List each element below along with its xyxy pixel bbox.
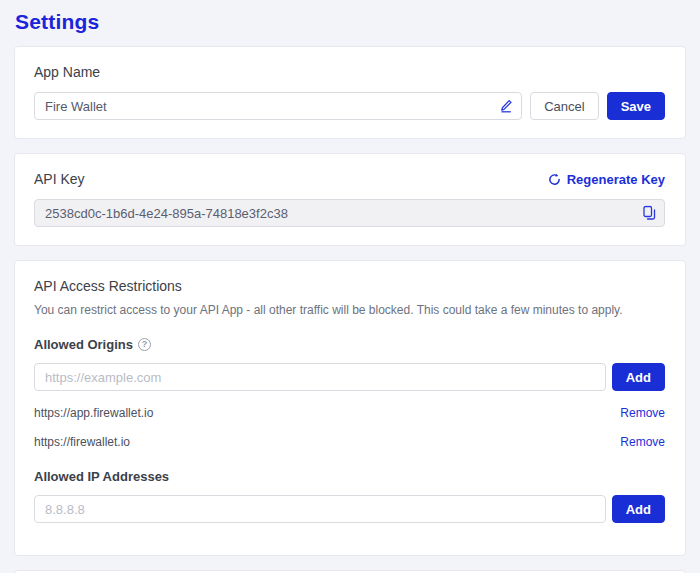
regenerate-key-link[interactable]: Regenerate Key bbox=[548, 172, 665, 187]
origin-url: https://app.firewallet.io bbox=[34, 406, 153, 420]
edit-pencil-icon[interactable] bbox=[499, 99, 513, 113]
api-key-card: API Key Regenerate Key bbox=[14, 153, 686, 246]
api-key-label: API Key bbox=[34, 171, 85, 187]
restrictions-title: API Access Restrictions bbox=[34, 278, 665, 294]
app-name-input[interactable] bbox=[34, 92, 522, 120]
origin-row: https://app.firewallet.io Remove bbox=[34, 406, 665, 420]
api-key-input bbox=[34, 199, 665, 227]
origin-row: https://firewallet.io Remove bbox=[34, 435, 665, 449]
refresh-icon bbox=[548, 173, 561, 186]
page-title: Settings bbox=[15, 10, 686, 34]
settings-page: Settings App Name Cancel Save API Key bbox=[0, 0, 700, 573]
allowed-origins-input[interactable] bbox=[34, 363, 606, 391]
restrictions-description: You can restrict access to your API App … bbox=[34, 303, 665, 317]
help-icon[interactable]: ? bbox=[138, 338, 151, 351]
regenerate-key-label: Regenerate Key bbox=[567, 172, 665, 187]
save-button[interactable]: Save bbox=[607, 92, 665, 120]
cancel-button[interactable]: Cancel bbox=[530, 92, 598, 120]
allowed-origins-label: Allowed Origins bbox=[34, 337, 133, 352]
remove-origin-link[interactable]: Remove bbox=[620, 435, 665, 449]
app-name-label: App Name bbox=[34, 64, 665, 80]
api-access-restrictions-card: API Access Restrictions You can restrict… bbox=[14, 260, 686, 556]
api-key-input-wrap bbox=[34, 199, 665, 227]
add-origin-button[interactable]: Add bbox=[612, 363, 665, 391]
origin-url: https://firewallet.io bbox=[34, 435, 130, 449]
allowed-origins-label-wrap: Allowed Origins ? bbox=[34, 337, 151, 352]
remove-origin-link[interactable]: Remove bbox=[620, 406, 665, 420]
allowed-ip-input[interactable] bbox=[34, 495, 606, 523]
add-ip-button[interactable]: Add bbox=[612, 495, 665, 523]
app-name-input-wrap bbox=[34, 92, 522, 120]
copy-icon[interactable] bbox=[643, 206, 656, 221]
app-name-card: App Name Cancel Save bbox=[14, 46, 686, 139]
allowed-ip-label: Allowed IP Addresses bbox=[34, 469, 169, 484]
